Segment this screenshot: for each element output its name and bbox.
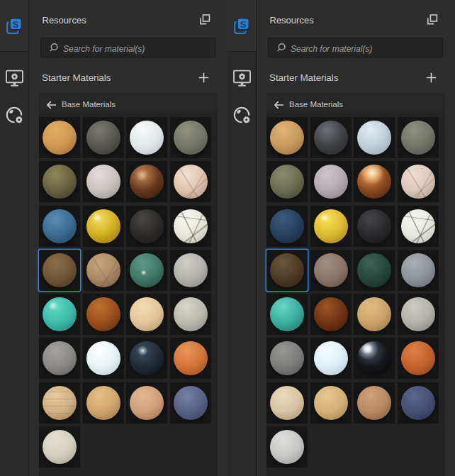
svg-text:S: S [13,19,19,30]
svg-text:S: S [240,19,247,30]
